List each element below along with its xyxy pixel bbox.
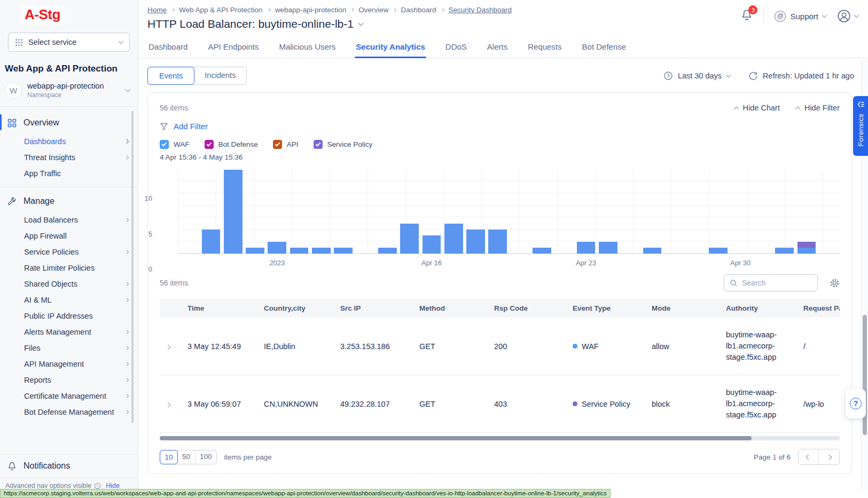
add-filter-button[interactable]: Add Filter [160, 122, 840, 131]
help-button[interactable]: ? [846, 389, 866, 418]
sidebar-scrollbar[interactable] [131, 111, 134, 423]
breadcrumb-dashboard[interactable]: Dashboard [401, 6, 436, 14]
filter-checkbox-service-policy[interactable]: Service Policy [314, 140, 373, 149]
chart-bar-24-apr[interactable] [597, 170, 619, 254]
table-settings-gear-icon[interactable] [830, 278, 840, 288]
chart-bar-12-apr[interactable] [332, 170, 354, 254]
tab-api-endpoints[interactable]: API Endpoints [207, 39, 260, 58]
notifications-bell-button[interactable]: 3 [741, 9, 753, 23]
tab-malicious-users[interactable]: Malicious Users [278, 39, 337, 58]
advanced-nav-hide-link[interactable]: Hide [106, 482, 120, 489]
namespace-selector[interactable]: W webapp-api-protection Namespace [0, 76, 138, 106]
chart-bar-19-apr[interactable] [487, 170, 509, 254]
tab-security-analytics[interactable]: Security Analytics [355, 39, 426, 58]
chart-bar-16-apr[interactable] [420, 170, 442, 254]
filter-checkbox-api[interactable]: API [273, 140, 299, 149]
sidebar-item-app-firewall[interactable]: App Firewall [0, 228, 138, 244]
chart-bar-20-apr[interactable] [509, 170, 530, 254]
col-rsp-code[interactable]: Rsp Code [488, 299, 566, 318]
col-method[interactable]: Method [413, 299, 488, 318]
sidebar-item-app-traffic[interactable]: App Traffic [0, 165, 138, 181]
chart-bar-14-apr[interactable] [377, 170, 398, 254]
sidebar-section-notifications[interactable]: Notifications [0, 454, 138, 478]
chart-bar-13-apr[interactable] [354, 170, 376, 254]
sidebar-item-dashboards[interactable]: Dashboards [0, 133, 138, 149]
sidebar-item-ai-ml[interactable]: AI & ML [0, 292, 138, 308]
chart-bar-30-apr[interactable] [729, 170, 751, 254]
select-service-dropdown[interactable]: Select service [8, 33, 130, 52]
tab-alerts[interactable]: Alerts [486, 39, 509, 58]
chart-bar-5-apr[interactable] [178, 170, 200, 254]
chart-bar-18-apr[interactable] [465, 170, 487, 254]
breadcrumb-home[interactable]: Home [147, 6, 167, 14]
chart-bar-25-apr[interactable] [619, 170, 641, 254]
tab-ddos[interactable]: DDoS [444, 39, 468, 58]
chart-bar-15-apr[interactable] [398, 170, 420, 254]
prev-page-button[interactable] [799, 449, 819, 464]
chart-bar-9-apr[interactable] [266, 170, 288, 254]
next-page-button[interactable] [819, 449, 839, 464]
tab-dashboard[interactable]: Dashboard [147, 39, 189, 58]
chevron-down-icon[interactable] [358, 21, 364, 26]
chart-bar-11-apr[interactable] [310, 170, 332, 254]
tab-requests[interactable]: Requests [527, 39, 562, 58]
breadcrumb-security-dashboard[interactable]: Security Dashboard [449, 6, 512, 14]
breadcrumb-waap[interactable]: Web App & API Protection [179, 6, 263, 14]
expand-row-icon[interactable] [166, 344, 171, 350]
forensics-panel-tab[interactable]: Forensics [853, 96, 868, 156]
chart-bar-3-may[interactable] [795, 170, 817, 254]
sidebar-item-api-management[interactable]: API Management [0, 356, 138, 372]
sidebar-item-shared-objects[interactable]: Shared Objects [0, 276, 138, 292]
sidebar-item-rate-limiter-policies[interactable]: Rate Limiter Policies [0, 260, 138, 276]
chart-bar-17-apr[interactable] [443, 170, 465, 254]
support-menu[interactable]: @ Support [775, 11, 826, 22]
col-event-type[interactable]: Event Type [566, 299, 645, 318]
col-src-ip[interactable]: Src IP [334, 299, 413, 318]
chart-bar-10-apr[interactable] [288, 170, 310, 254]
scrollbar-thumb[interactable] [160, 436, 752, 440]
sidebar-item-threat-insights[interactable]: Threat Insights [0, 149, 138, 165]
sidebar-item-service-policies[interactable]: Service Policies [0, 244, 138, 260]
chart-bar-4-may[interactable] [818, 170, 840, 254]
expand-row-icon[interactable] [166, 402, 171, 407]
chart-bar-8-apr[interactable] [244, 170, 266, 254]
time-range-dropdown[interactable]: Last 30 days [663, 71, 730, 81]
chart-bar-2-may[interactable] [773, 170, 795, 254]
sidebar-item-certificate-management[interactable]: Certificate Management [0, 388, 138, 404]
col-authority[interactable]: Authority [720, 299, 797, 318]
info-icon[interactable] [94, 483, 101, 489]
chart-bar-27-apr[interactable] [663, 170, 685, 254]
filter-checkbox-bot-defense[interactable]: Bot Defense [205, 140, 258, 149]
page-size-100[interactable]: 100 [196, 450, 216, 464]
sidebar-item-load-balancers[interactable]: Load Balancers [0, 212, 138, 228]
sidebar-item-public-ip-addresses[interactable]: Public IP Addresses [0, 308, 138, 324]
events-toggle-button[interactable]: Events [147, 67, 194, 85]
chart-bar-7-apr[interactable] [222, 170, 244, 254]
sidebar-section-manage[interactable]: Manage [0, 191, 138, 212]
col-mode[interactable]: Mode [645, 299, 720, 318]
hide-filter-button[interactable]: Hide Filter [796, 104, 840, 112]
chart-bar-22-apr[interactable] [553, 170, 575, 254]
chart-bar-1-may[interactable] [752, 170, 773, 254]
col-country-city[interactable]: Country,city [257, 299, 334, 318]
tab-bot-defense[interactable]: Bot Defense [581, 39, 628, 58]
chart-bar-28-apr[interactable] [685, 170, 707, 254]
table-horizontal-scrollbar[interactable] [160, 436, 840, 440]
page-size-10[interactable]: 10 [160, 450, 178, 464]
chart-bar-26-apr[interactable] [641, 170, 663, 254]
breadcrumb-overview[interactable]: Overview [358, 6, 388, 14]
hide-chart-button[interactable]: Hide Chart [734, 104, 780, 112]
chart-bar-21-apr[interactable] [531, 170, 553, 254]
account-menu[interactable] [837, 9, 858, 23]
chart-bar-23-apr[interactable] [575, 170, 597, 254]
sidebar-item-alerts-management[interactable]: Alerts Management [0, 324, 138, 340]
page-size-50[interactable]: 50 [177, 450, 196, 464]
sidebar-item-reports[interactable]: Reports [0, 372, 138, 388]
sidebar-item-files[interactable]: Files [0, 340, 138, 356]
chart-bar-6-apr[interactable] [200, 170, 222, 254]
refresh-button[interactable]: Refresh: Updated 1 hr ago [748, 71, 854, 81]
col-request-path[interactable]: Request Pa [797, 299, 840, 318]
col-time[interactable]: Time [181, 299, 257, 318]
sidebar-item-bot-defense-management[interactable]: Bot Defense Management [0, 404, 138, 420]
sidebar-section-overview[interactable]: Overview [0, 112, 138, 133]
